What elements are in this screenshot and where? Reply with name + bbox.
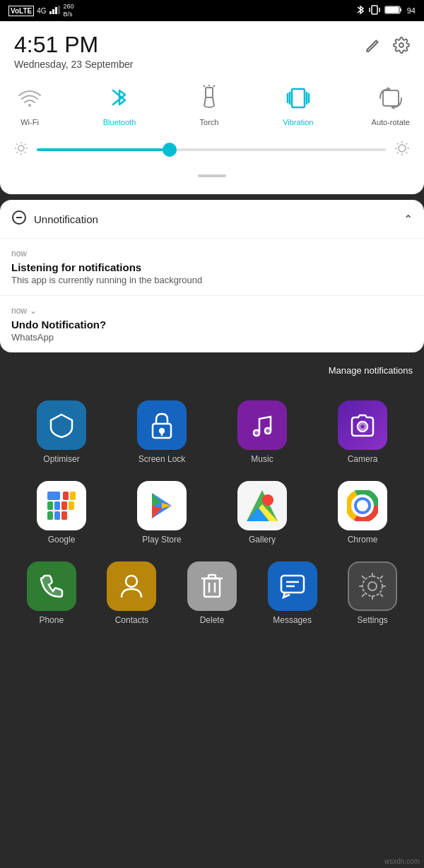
qs-toggles-row: Wi-Fi Bluetooth Torch <box>14 83 410 126</box>
phone-icon <box>27 561 76 611</box>
app-settings[interactable]: Settings <box>334 561 411 625</box>
qs-time: 4:51 PM <box>14 32 133 57</box>
vibration-status-icon <box>369 5 380 16</box>
bluetooth-status-icon <box>356 4 365 17</box>
svg-rect-52 <box>61 501 67 510</box>
notif-time-2: now <box>11 306 27 316</box>
svg-point-71 <box>126 576 137 587</box>
app-gallery[interactable]: Gallery <box>223 481 301 545</box>
notif-body-2: WhatsApp <box>11 332 413 343</box>
notification-item-1: now Listening for notifications This app… <box>0 239 424 296</box>
manage-notifications-label[interactable]: Manage notifications <box>329 365 413 376</box>
camera-label: Camera <box>348 454 378 464</box>
app-phone[interactable]: Phone <box>13 561 90 625</box>
camera-icon <box>338 400 387 450</box>
unnotification-label: Unnotification <box>34 213 396 225</box>
torch-toggle[interactable]: Torch <box>194 83 225 126</box>
notification-header[interactable]: Unnotification ⌃ <box>0 200 424 239</box>
optimiser-label: Optimiser <box>43 454 79 464</box>
notif-time-row-2: now ⌄ <box>11 306 413 316</box>
svg-line-27 <box>17 144 18 145</box>
trash-icon <box>187 561 237 611</box>
notif-time-1: now <box>11 249 413 258</box>
brightness-slider[interactable] <box>37 148 386 151</box>
edit-icon[interactable] <box>365 37 382 57</box>
chrome-icon <box>338 481 387 530</box>
music-icon <box>237 400 287 450</box>
notif-body-1: This app is currently running in the bac… <box>11 275 413 285</box>
collapse-icon[interactable]: ⌃ <box>404 213 413 226</box>
quick-settings-panel: 4:51 PM Wednesday, 23 September <box>0 21 424 194</box>
wifi-toggle[interactable]: Wi-Fi <box>14 83 45 126</box>
svg-rect-47 <box>47 492 60 500</box>
autorotate-toggle[interactable]: Auto-rotate <box>372 83 410 126</box>
svg-line-38 <box>397 153 399 154</box>
torch-icon <box>194 83 225 114</box>
autorotate-label: Auto-rotate <box>372 118 410 126</box>
battery-icon <box>384 5 403 16</box>
battery-percent: 94 <box>407 6 416 15</box>
settings-icon[interactable] <box>393 37 410 57</box>
app-music[interactable]: Music <box>223 400 301 464</box>
qs-action-icons <box>365 37 410 57</box>
app-grid: Optimiser Screen Lock <box>0 386 424 645</box>
screenlock-label: Screen Lock <box>139 454 186 464</box>
notif-title-1: Listening for notifications <box>11 261 413 273</box>
manage-notifications-row[interactable]: Manage notifications <box>0 358 424 386</box>
svg-rect-49 <box>70 492 76 500</box>
gallery-icon <box>237 481 287 530</box>
svg-line-15 <box>213 85 215 87</box>
svg-rect-2 <box>55 7 57 14</box>
svg-point-70 <box>357 500 368 511</box>
svg-point-43 <box>160 429 164 433</box>
carrier-label: VoLTE <box>8 6 34 16</box>
svg-rect-8 <box>386 7 399 13</box>
svg-rect-16 <box>292 89 305 107</box>
qs-date: Wednesday, 23 September <box>14 59 133 70</box>
svg-rect-1 <box>52 9 54 14</box>
brightness-thumb <box>163 143 177 157</box>
svg-rect-4 <box>372 6 377 14</box>
app-messages[interactable]: Messages <box>254 561 331 625</box>
svg-rect-3 <box>58 6 60 14</box>
app-google[interactable]: Google <box>23 481 100 545</box>
svg-point-80 <box>363 576 382 596</box>
svg-rect-55 <box>54 511 60 520</box>
optimiser-icon <box>37 400 86 450</box>
playstore-label: Play Store <box>142 535 181 545</box>
svg-rect-21 <box>383 90 399 106</box>
autorotate-icon <box>375 83 406 114</box>
chrome-label: Chrome <box>348 535 378 545</box>
app-row-2: Google Play Store <box>0 472 424 553</box>
app-chrome[interactable]: Chrome <box>324 481 401 545</box>
settings-app-label: Settings <box>357 615 387 625</box>
expand-icon[interactable]: ⌄ <box>30 306 37 316</box>
contacts-icon <box>107 561 156 611</box>
gallery-label: Gallery <box>249 535 276 545</box>
app-optimiser[interactable]: Optimiser <box>23 400 100 464</box>
screenlock-icon <box>137 400 187 450</box>
status-bar: VoLTE 4G 260B/s <box>0 0 424 21</box>
app-delete[interactable]: Delete <box>173 561 251 625</box>
notif-title-2: Undo Notification? <box>11 319 413 331</box>
contacts-label: Contacts <box>115 615 148 625</box>
phone-label: Phone <box>39 615 64 625</box>
svg-point-46 <box>360 424 365 429</box>
qs-header: 4:51 PM Wednesday, 23 September <box>14 32 410 70</box>
brightness-high-icon <box>394 141 410 159</box>
app-dock: Phone Contacts De <box>0 553 424 639</box>
svg-point-63 <box>262 494 273 506</box>
messages-icon <box>268 561 317 611</box>
app-contacts[interactable]: Contacts <box>93 561 170 625</box>
svg-point-22 <box>18 145 24 151</box>
status-bar-left: VoLTE 4G 260B/s <box>8 3 74 18</box>
svg-rect-53 <box>69 501 74 510</box>
app-screenlock[interactable]: Screen Lock <box>123 400 201 464</box>
messages-label: Messages <box>273 615 312 625</box>
bluetooth-toggle[interactable]: Bluetooth <box>103 83 136 126</box>
app-playstore[interactable]: Play Store <box>123 481 201 545</box>
vibration-toggle[interactable]: Vibration <box>283 83 314 126</box>
app-camera[interactable]: Camera <box>324 400 401 464</box>
svg-line-39 <box>406 143 408 145</box>
svg-line-28 <box>25 152 26 153</box>
